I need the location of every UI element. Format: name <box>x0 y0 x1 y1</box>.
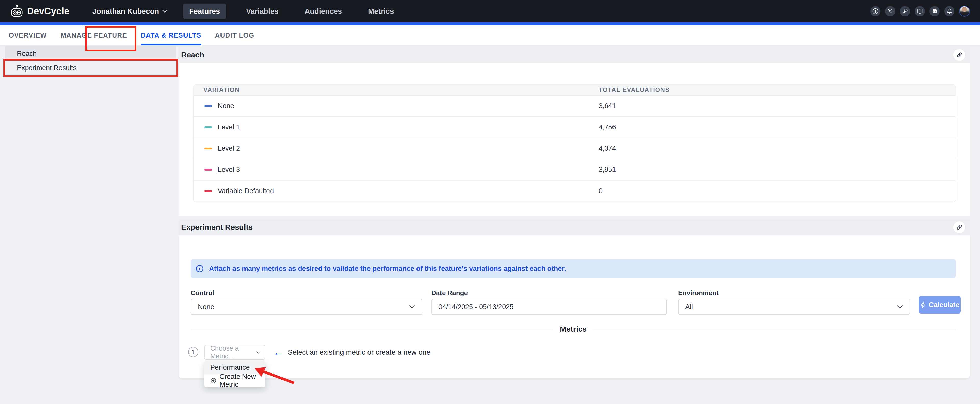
control-field: Control None <box>191 289 422 315</box>
variation-color-dash <box>204 190 212 192</box>
key-icon <box>902 8 908 14</box>
col-variation: VARIATION <box>194 86 599 94</box>
date-range-value: 04/14/2025 - 05/13/2025 <box>438 303 514 311</box>
variation-name: Level 2 <box>218 145 240 153</box>
variation-name: Level 3 <box>218 166 240 173</box>
copy-link-button[interactable] <box>953 49 965 61</box>
annotation-arrow <box>250 363 304 388</box>
variation-color-dash <box>204 105 212 107</box>
control-select[interactable]: None <box>191 299 422 315</box>
chevron-down-icon <box>409 305 415 309</box>
sidebar-item-experiment-results[interactable]: Experiment Results <box>5 61 176 75</box>
control-label: Control <box>191 289 422 297</box>
feature-tab-bar: OVERVIEW MANAGE FEATURE DATA & RESULTS A… <box>0 25 980 46</box>
experiment-results-body: Attach as many metrics as desired to val… <box>179 236 970 378</box>
environment-value: All <box>685 303 693 311</box>
total-evaluations-value: 4,756 <box>599 123 956 131</box>
total-evaluations-value: 3,641 <box>599 102 956 110</box>
plus-circle-icon <box>872 8 879 14</box>
sidebar-item-label: Experiment Results <box>17 64 76 72</box>
nav-item-features[interactable]: Features <box>183 3 226 19</box>
documentation-button[interactable] <box>915 6 925 16</box>
discord-button[interactable] <box>929 6 940 16</box>
metric-row: Choose a Metric... ← Select an existing … <box>204 345 431 360</box>
table-header-row: VARIATION TOTAL EVALUATIONS <box>194 84 956 96</box>
settings-button[interactable] <box>885 6 895 16</box>
info-banner: Attach as many metrics as desired to val… <box>191 259 956 278</box>
brand-name: DevCycle <box>27 6 69 17</box>
calculate-label: Calculate <box>929 301 959 309</box>
total-evaluations-value: 3,951 <box>599 166 956 173</box>
calculate-button[interactable]: Calculate <box>919 296 961 314</box>
col-total-evaluations: TOTAL EVALUATIONS <box>599 86 956 94</box>
date-range-field: Date Range 04/14/2025 - 05/13/2025 <box>431 289 667 315</box>
metric-index-badge: 1 <box>188 347 198 357</box>
tab-manage-feature[interactable]: MANAGE FEATURE <box>60 25 127 46</box>
chevron-down-icon <box>897 305 903 309</box>
org-user-dropdown[interactable]: Jonathan Kubecon <box>92 7 168 16</box>
total-evaluations-value: 4,374 <box>599 145 956 153</box>
metric-index: 1 <box>191 349 195 356</box>
app-root: DevCycle Jonathan Kubecon Features Varia… <box>0 0 980 409</box>
total-evaluations-value: 0 <box>599 187 956 195</box>
environment-select[interactable]: All <box>678 299 910 315</box>
link-icon <box>956 51 963 59</box>
variation-name: Level 1 <box>218 123 240 131</box>
discord-icon <box>931 8 938 14</box>
create-new-button[interactable] <box>870 6 880 16</box>
nav-item-metrics[interactable]: Metrics <box>362 3 400 19</box>
choose-metric-placeholder: Choose a Metric... <box>210 344 256 360</box>
variation-color-dash <box>204 169 212 170</box>
nav-utility-icons <box>870 6 970 17</box>
tab-data-results[interactable]: DATA & RESULTS <box>141 25 201 46</box>
variation-name: None <box>218 102 234 110</box>
info-icon <box>195 264 204 273</box>
table-row: Level 2 4,374 <box>194 138 956 159</box>
metrics-divider: Metrics <box>191 325 956 333</box>
book-icon <box>916 8 923 14</box>
top-nav: DevCycle Jonathan Kubecon Features Varia… <box>0 0 980 22</box>
experiment-results-section-header: Experiment Results <box>179 219 970 236</box>
section-title: Experiment Results <box>181 223 253 232</box>
lightning-icon <box>920 301 926 309</box>
chevron-down-icon <box>162 10 168 13</box>
tab-overview[interactable]: OVERVIEW <box>9 25 47 46</box>
choose-metric-select[interactable]: Choose a Metric... <box>204 345 266 360</box>
metrics-heading: Metrics <box>560 325 587 333</box>
menu-option-label: Performance <box>210 364 250 371</box>
sidebar-item-label: Reach <box>17 50 37 58</box>
nav-item-variables[interactable]: Variables <box>240 3 285 19</box>
devcycle-robot-icon <box>10 5 24 18</box>
reach-section-header: Reach <box>179 47 970 63</box>
circle-plus-icon <box>210 377 216 385</box>
date-range-label: Date Range <box>431 289 667 297</box>
variation-name: Variable Defaulted <box>218 187 274 195</box>
primary-nav: Features Variables Audiences Metrics <box>183 3 400 19</box>
left-arrow-icon: ← <box>273 347 284 358</box>
tab-audit-log[interactable]: AUDIT LOG <box>215 25 255 46</box>
api-keys-button[interactable] <box>900 6 910 16</box>
notifications-button[interactable] <box>944 6 955 16</box>
environment-field: Environment All <box>678 289 910 315</box>
link-icon <box>956 224 963 231</box>
table-row: Level 3 3,951 <box>194 159 956 180</box>
variation-color-dash <box>204 148 212 150</box>
table-row: None 3,641 <box>194 96 956 117</box>
user-name: Jonathan Kubecon <box>92 7 159 16</box>
table-row: Level 1 4,756 <box>194 117 956 138</box>
section-title: Reach <box>181 51 204 59</box>
environment-label: Environment <box>678 289 910 297</box>
reach-table: VARIATION TOTAL EVALUATIONS None 3,641 L… <box>193 84 956 202</box>
reach-section-body: VARIATION TOTAL EVALUATIONS None 3,641 L… <box>179 63 970 216</box>
control-value: None <box>198 303 215 311</box>
metric-hint-text: Select an existing metric or create a ne… <box>288 348 431 356</box>
info-banner-text: Attach as many metrics as desired to val… <box>209 265 566 273</box>
sidebar-item-reach[interactable]: Reach <box>5 46 176 61</box>
gear-icon <box>887 8 894 14</box>
copy-link-button[interactable] <box>953 221 965 233</box>
devcycle-logo[interactable]: DevCycle <box>10 5 69 18</box>
nav-item-audiences[interactable]: Audiences <box>298 3 348 19</box>
date-range-input[interactable]: 04/14/2025 - 05/13/2025 <box>431 299 667 315</box>
viewport-bottom <box>0 404 980 409</box>
user-avatar[interactable] <box>959 6 970 17</box>
